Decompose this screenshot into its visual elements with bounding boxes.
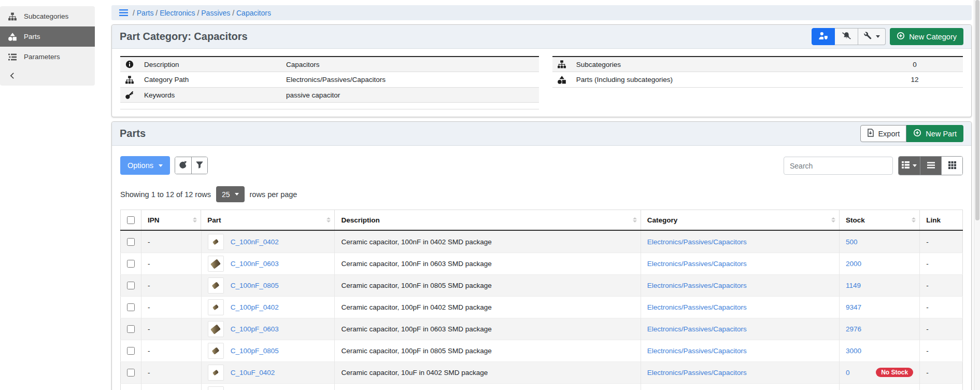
part-link[interactable]: C_100pF_0402 <box>231 303 279 311</box>
category-link[interactable]: Electronics/Passives/Capacitors <box>647 347 747 355</box>
sidebar-item-parameters[interactable]: Parameters <box>0 47 95 67</box>
table-row: -C_10uF_0603Ceramic capacitor, 10uF in 0… <box>121 383 963 390</box>
ipn-cell: - <box>141 383 201 390</box>
grid-view-button[interactable] <box>941 157 962 175</box>
options-button[interactable]: Options <box>120 156 170 175</box>
column-header-category[interactable]: Category <box>641 210 839 230</box>
sort-icon[interactable] <box>326 217 331 222</box>
grid-view-icon <box>948 161 956 171</box>
new-category-button[interactable]: New Category <box>890 28 963 45</box>
column-header-description[interactable]: Description <box>335 210 641 230</box>
sort-icon[interactable] <box>193 217 197 222</box>
stock-cell: 3000 <box>840 340 920 361</box>
ipn-cell: - <box>141 340 201 361</box>
toggle-columns-button[interactable] <box>899 157 920 175</box>
sidebar-item-label: Parameters <box>24 53 60 61</box>
scrollbar-thumb[interactable] <box>975 0 979 220</box>
detail-value: 0 <box>867 57 963 72</box>
sort-icon[interactable] <box>831 217 835 222</box>
breadcrumb-link-passives[interactable]: Passives <box>201 9 230 17</box>
admin-actions-button[interactable] <box>858 28 886 45</box>
chevron-left-icon <box>9 72 16 81</box>
sort-icon[interactable] <box>633 217 637 222</box>
detail-label: Keywords <box>139 87 281 102</box>
breadcrumb-link-electronics[interactable]: Electronics <box>160 9 195 17</box>
row-checkbox[interactable] <box>127 325 135 333</box>
category-link[interactable]: Electronics/Passives/Capacitors <box>647 282 747 289</box>
list-view-icon <box>927 162 935 170</box>
sidebar-item-parts[interactable]: Parts <box>0 26 95 47</box>
filter-button[interactable] <box>191 157 207 174</box>
notification-mute-button[interactable] <box>835 28 858 45</box>
row-checkbox[interactable] <box>127 282 135 289</box>
select-all-checkbox[interactable] <box>127 216 135 224</box>
export-button[interactable]: Export <box>860 125 906 142</box>
breadcrumb-link-capacitors[interactable]: Capacitors <box>236 9 271 17</box>
ipn-cell: - <box>141 296 201 318</box>
no-stock-badge: No Stock <box>876 368 913 377</box>
capacitor-image <box>210 324 221 334</box>
row-checkbox[interactable] <box>127 260 135 268</box>
column-label: Description <box>341 216 379 224</box>
category-link[interactable]: Electronics/Passives/Capacitors <box>647 238 747 246</box>
column-label: IPN <box>148 216 160 224</box>
row-checkbox[interactable] <box>127 238 135 246</box>
column-header-ipn[interactable]: IPN <box>141 210 201 230</box>
list-view-button[interactable] <box>920 157 941 175</box>
detail-row: DescriptionCapacitors <box>120 57 539 72</box>
vertical-scrollbar[interactable] <box>974 0 980 390</box>
sidebar-item-subcategories[interactable]: Subcategories <box>0 6 95 26</box>
row-checkbox[interactable] <box>127 369 135 377</box>
stock-link[interactable]: 0 <box>846 369 850 377</box>
new-part-button[interactable]: New Part <box>906 125 963 142</box>
refresh-icon <box>179 161 187 171</box>
search-input[interactable] <box>784 157 893 175</box>
table-row: -C_100nF_0402Ceramic capacitor, 100nF in… <box>121 230 963 253</box>
column-header-stock[interactable]: Stock <box>840 210 920 230</box>
part-link[interactable]: C_100nF_0805 <box>231 282 279 289</box>
category-cell: Electronics/Passives/Capacitors <box>641 383 839 390</box>
sort-icon[interactable] <box>912 217 916 222</box>
part-link[interactable]: C_10uF_0402 <box>231 369 275 377</box>
part-link[interactable]: C_100nF_0402 <box>231 238 279 246</box>
part-link[interactable]: C_100pF_0805 <box>231 347 279 355</box>
category-link[interactable]: Electronics/Passives/Capacitors <box>647 369 747 377</box>
stock-link[interactable]: 3000 <box>846 347 861 355</box>
category-link[interactable]: Electronics/Passives/Capacitors <box>647 303 747 311</box>
subscribed-user-button[interactable] <box>812 28 835 45</box>
sitemap-icon <box>125 75 134 83</box>
stock-link[interactable]: 9347 <box>846 303 861 311</box>
pagination-summary: Showing 1 to 12 of 12 rows 25 rows per p… <box>120 186 963 202</box>
part-link[interactable]: C_100nF_0603 <box>231 260 279 268</box>
breadcrumb-link-parts[interactable]: Parts <box>137 9 154 17</box>
row-checkbox-cell <box>121 253 141 274</box>
page-title: Part Category: Capacitors <box>120 31 248 43</box>
row-checkbox[interactable] <box>127 347 135 355</box>
stock-cell: 0No Stock <box>840 361 920 383</box>
page-size-dropdown[interactable]: 25 <box>216 186 245 202</box>
stock-link[interactable]: 2000 <box>846 260 861 268</box>
category-link[interactable]: Electronics/Passives/Capacitors <box>647 260 747 268</box>
stock-link[interactable]: 2976 <box>846 325 861 333</box>
showing-rows-text: Showing 1 to 12 of 12 rows <box>120 190 211 199</box>
column-label: Link <box>926 216 941 224</box>
sitemap-icon <box>558 60 566 68</box>
table-row: -C_100nF_0805Ceramic capacitor, 100nF in… <box>121 274 963 296</box>
hamburger-icon[interactable] <box>119 9 128 17</box>
stock-link[interactable]: 500 <box>846 238 858 246</box>
category-link[interactable]: Electronics/Passives/Capacitors <box>647 325 747 333</box>
category-card-header: Part Category: Capacitors <box>112 25 971 49</box>
tools-icon <box>863 32 872 41</box>
column-header-part[interactable]: Part <box>201 210 335 230</box>
part-link[interactable]: C_100pF_0603 <box>231 325 279 333</box>
link-cell: - <box>920 296 963 318</box>
row-checkbox[interactable] <box>127 303 135 311</box>
category-cell: Electronics/Passives/Capacitors <box>641 230 839 253</box>
options-label: Options <box>127 161 153 170</box>
row-checkbox-cell <box>121 274 141 296</box>
detail-value: passive capacitor <box>281 87 539 102</box>
stock-link[interactable]: 1149 <box>846 282 861 289</box>
sidebar-collapse-button[interactable] <box>0 67 95 86</box>
link-cell: - <box>920 340 963 361</box>
refresh-button[interactable] <box>175 157 191 174</box>
